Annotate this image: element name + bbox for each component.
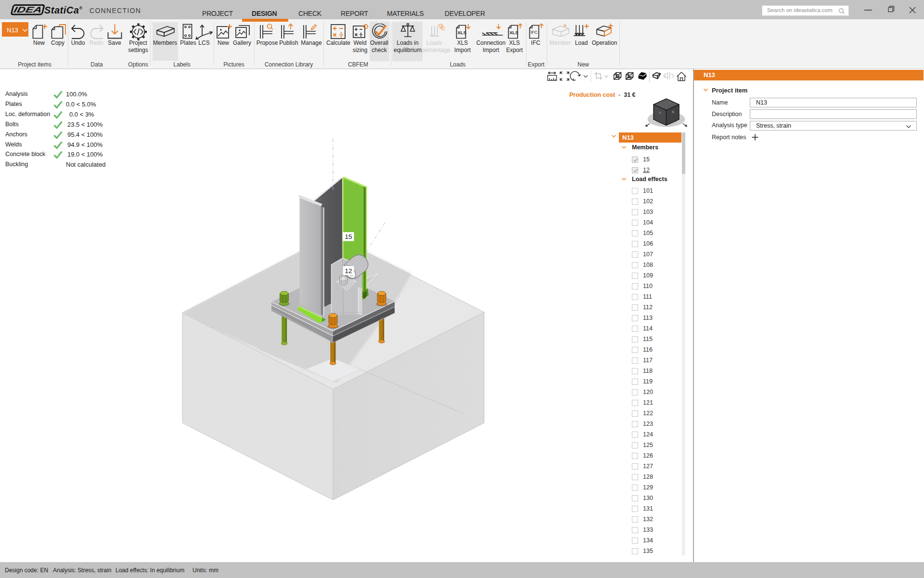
svg-text:z: z (668, 101, 670, 104)
svg-text:XLS: XLS (458, 30, 466, 35)
svg-text:N: N (672, 110, 674, 114)
svg-text:12: 12 (345, 267, 352, 275)
svg-text:IDEA: IDEA (13, 5, 43, 15)
svg-text:15: 15 (345, 233, 352, 240)
svg-text:IFC: IFC (531, 30, 538, 35)
svg-text:XLS: XLS (510, 30, 518, 35)
